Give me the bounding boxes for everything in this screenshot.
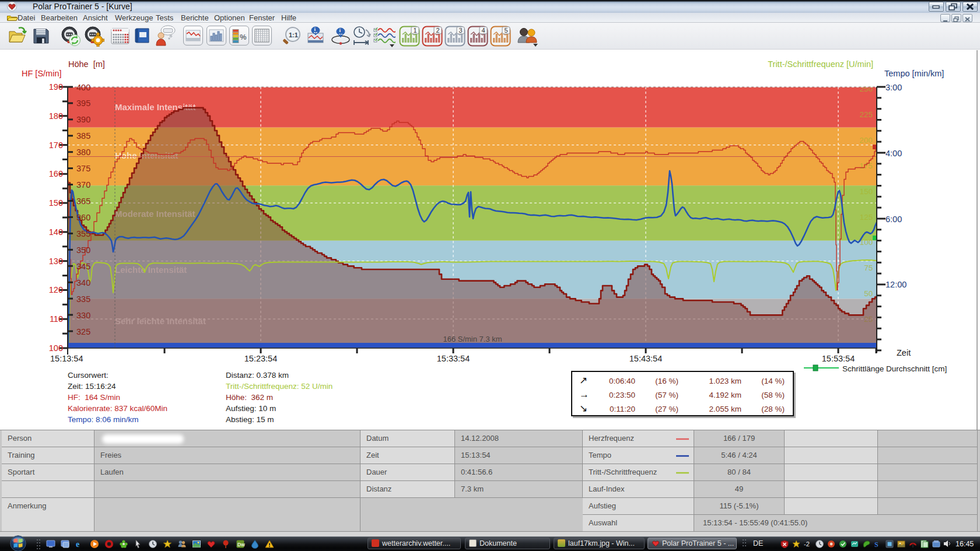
svg-text:125: 125	[859, 213, 873, 222]
svg-text:380: 380	[76, 148, 90, 157]
svg-text:166 S/min 7.3 km: 166 S/min 7.3 km	[443, 335, 502, 343]
svg-text:15:23:54: 15:23:54	[244, 354, 277, 363]
svg-text:Dw: Dw	[237, 542, 245, 548]
svg-text:110: 110	[50, 314, 63, 324]
svg-text:325: 325	[76, 327, 90, 336]
svg-text:170: 170	[49, 141, 63, 150]
svg-text:75: 75	[864, 264, 873, 272]
svg-text:50: 50	[864, 289, 873, 298]
svg-text:385: 385	[76, 131, 90, 141]
svg-text:160: 160	[49, 169, 63, 178]
svg-text:350: 350	[76, 245, 90, 255]
svg-text:190: 190	[49, 82, 63, 92]
svg-text:HF [S/min]: HF [S/min]	[22, 69, 61, 78]
svg-text:6:00: 6:00	[886, 215, 902, 224]
svg-text:330: 330	[76, 311, 90, 320]
svg-text:15:53:54: 15:53:54	[822, 354, 855, 363]
svg-text:345: 345	[76, 262, 90, 271]
svg-text:4:00: 4:00	[886, 149, 902, 158]
svg-text:Zeit: Zeit	[897, 348, 911, 357]
svg-text:100: 100	[49, 343, 63, 353]
svg-text:200: 200	[859, 136, 873, 145]
svg-text:355: 355	[76, 229, 90, 238]
svg-text:S: S	[874, 541, 878, 548]
svg-text:e: e	[76, 540, 79, 549]
svg-text:150: 150	[49, 198, 63, 208]
svg-text:Tempo [min/km]: Tempo [min/km]	[884, 69, 944, 78]
svg-text:370: 370	[76, 180, 90, 189]
svg-text:180: 180	[49, 111, 63, 121]
svg-text:225: 225	[859, 110, 873, 119]
svg-text:140: 140	[49, 227, 63, 237]
svg-text:250: 250	[859, 85, 873, 93]
svg-text:Höhe [m]: Höhe [m]	[68, 59, 105, 69]
svg-text:400: 400	[76, 83, 90, 92]
svg-text:15:33:54: 15:33:54	[437, 354, 470, 363]
svg-text:15:43:54: 15:43:54	[629, 354, 662, 363]
svg-text:15:13:54: 15:13:54	[50, 354, 83, 363]
svg-text:120: 120	[49, 285, 63, 294]
svg-text:365: 365	[76, 196, 90, 206]
svg-text:360: 360	[76, 213, 90, 222]
svg-text:150: 150	[859, 187, 873, 196]
svg-text:12:00: 12:00	[886, 280, 907, 289]
svg-text:130: 130	[49, 257, 63, 266]
svg-text:375: 375	[76, 164, 90, 173]
svg-text:390: 390	[76, 115, 90, 124]
svg-text:175: 175	[859, 162, 873, 170]
svg-text:Tritt-/Schrittfrequenz [U/min]: Tritt-/Schrittfrequenz [U/min]	[768, 59, 873, 69]
svg-text:395: 395	[76, 99, 90, 108]
svg-text:335: 335	[76, 294, 90, 304]
svg-text:340: 340	[76, 278, 90, 287]
svg-text:3:00: 3:00	[886, 83, 902, 92]
